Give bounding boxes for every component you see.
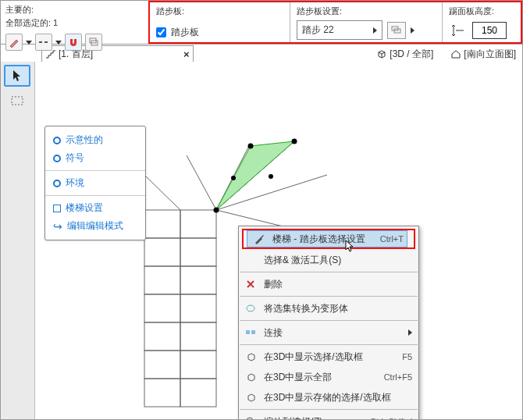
tread-step-dropdown[interactable]: 踏步 22 <box>297 20 382 40</box>
svg-rect-11 <box>144 322 180 351</box>
tool-magnet-icon[interactable] <box>65 34 82 51</box>
svg-rect-8 <box>144 238 180 266</box>
marquee-tool-icon[interactable] <box>4 90 30 112</box>
svg-point-23 <box>248 144 254 149</box>
panel-item-stair-settings[interactable]: 楼梯设置 <box>45 199 145 217</box>
height-icon <box>449 22 468 39</box>
svg-point-22 <box>214 208 219 213</box>
menu-item-zoom[interactable]: 缩放到选择(Z)Ctrl+Shift+' <box>239 411 418 420</box>
svg-rect-17 <box>180 294 216 322</box>
chevron-right-icon <box>408 329 412 336</box>
connect-icon <box>242 325 259 340</box>
menu-item-show3d-stored[interactable]: 在3D中显示存储的选择/选取框 <box>239 387 418 408</box>
tread-step-value: 踏步 22 <box>302 23 334 37</box>
cube-icon <box>242 390 259 405</box>
tab-3d-label: [3D / 全部] <box>390 48 433 61</box>
morph-icon <box>242 301 259 316</box>
svg-rect-0 <box>39 41 42 43</box>
tab-3d[interactable]: [3D / 全部] <box>373 46 436 62</box>
context-menu: 楼梯 - 踏步板选择设置 Ctrl+T 选择& 激活工具(S) 删除 将选集转换… <box>238 226 419 420</box>
menu-item-transform[interactable]: 将选集转换为变形体 <box>239 298 418 319</box>
cube-icon <box>376 49 387 59</box>
tool-dash-icon[interactable] <box>35 34 52 51</box>
svg-rect-16 <box>180 266 216 294</box>
arrow-tool-icon[interactable] <box>4 65 30 87</box>
panel-item-schematic[interactable]: 示意性的 <box>45 131 145 149</box>
dropdown-icon[interactable] <box>26 41 32 44</box>
svg-rect-14 <box>180 210 216 238</box>
tread-section-title: 踏步板: <box>156 5 283 17</box>
menu-item-show3d-all[interactable]: 在3D中显示全部Ctrl+F5 <box>239 367 418 387</box>
svg-point-27 <box>247 305 254 311</box>
tab-elevation-label: [南向立面图] <box>464 48 516 61</box>
svg-point-24 <box>292 139 297 144</box>
dropdown-icon[interactable] <box>55 41 62 44</box>
svg-rect-19 <box>180 351 216 379</box>
svg-rect-7 <box>144 210 180 238</box>
chevron-right-icon[interactable] <box>411 27 414 34</box>
riser-height-input[interactable] <box>472 22 507 39</box>
tread-settings-bar: 踏步板: 踏步板 踏步板设置: 踏步 22 踢面板高度: <box>148 1 522 44</box>
svg-rect-9 <box>144 266 180 294</box>
radio-icon <box>53 155 61 162</box>
cube-icon <box>242 349 259 365</box>
svg-rect-29 <box>251 330 255 334</box>
panel-item-edit-mode[interactable]: ↪编辑编辑模式 <box>45 217 145 235</box>
radio-icon <box>53 137 61 144</box>
chevron-right-icon <box>373 27 377 34</box>
zoom-icon <box>242 414 259 420</box>
svg-rect-20 <box>180 379 216 407</box>
tread-settings-title: 踏步板设置: <box>297 5 436 17</box>
tool-pencil-icon[interactable] <box>5 34 23 51</box>
tread-checkbox-label: 踏步板 <box>171 26 199 39</box>
svg-rect-6 <box>12 97 23 105</box>
menu-item-select-activate[interactable]: 选择& 激活工具(S) <box>239 250 418 270</box>
panel-item-symbol[interactable]: 符号 <box>45 149 145 167</box>
svg-rect-28 <box>246 330 250 334</box>
arrow-icon: ↪ <box>53 220 62 233</box>
tool-layers-icon[interactable] <box>85 34 102 51</box>
tread-checkbox[interactable] <box>156 27 166 37</box>
tab-elevation[interactable]: [南向立面图] <box>447 46 519 62</box>
svg-rect-12 <box>144 351 180 379</box>
menu-item-delete[interactable]: 删除 <box>239 274 418 294</box>
layers-icon[interactable] <box>387 22 406 39</box>
menu-item-show3d-selection[interactable]: 在3D中显示选择/选取框F5 <box>239 347 418 367</box>
main-label: 主要的: <box>5 4 144 16</box>
cube-icon <box>242 369 259 385</box>
checkbox-icon <box>53 205 61 212</box>
svg-point-30 <box>247 418 253 421</box>
riser-height-title: 踢面板高度: <box>449 5 514 17</box>
hammer-icon <box>251 231 268 247</box>
selection-count: 全部选定的: 1 <box>5 17 144 29</box>
panel-item-environment[interactable]: 环境 <box>45 174 145 192</box>
radio-icon <box>53 180 61 187</box>
svg-rect-15 <box>180 238 216 266</box>
svg-rect-10 <box>144 294 180 322</box>
delete-icon <box>242 276 259 292</box>
svg-rect-13 <box>144 379 180 407</box>
svg-rect-18 <box>180 322 216 351</box>
svg-rect-1 <box>44 41 48 43</box>
close-icon[interactable]: × <box>183 48 190 60</box>
menu-item-connect[interactable]: 连接 <box>239 322 418 343</box>
house-icon <box>450 49 461 59</box>
svg-point-26 <box>231 176 236 180</box>
svg-marker-21 <box>216 141 294 210</box>
menu-item-stair-tread-settings[interactable]: 楼梯 - 踏步板选择设置 Ctrl+T <box>242 229 415 249</box>
svg-point-25 <box>269 174 273 179</box>
options-panel: 示意性的 符号 环境 楼梯设置 ↪编辑编辑模式 <box>44 126 146 240</box>
